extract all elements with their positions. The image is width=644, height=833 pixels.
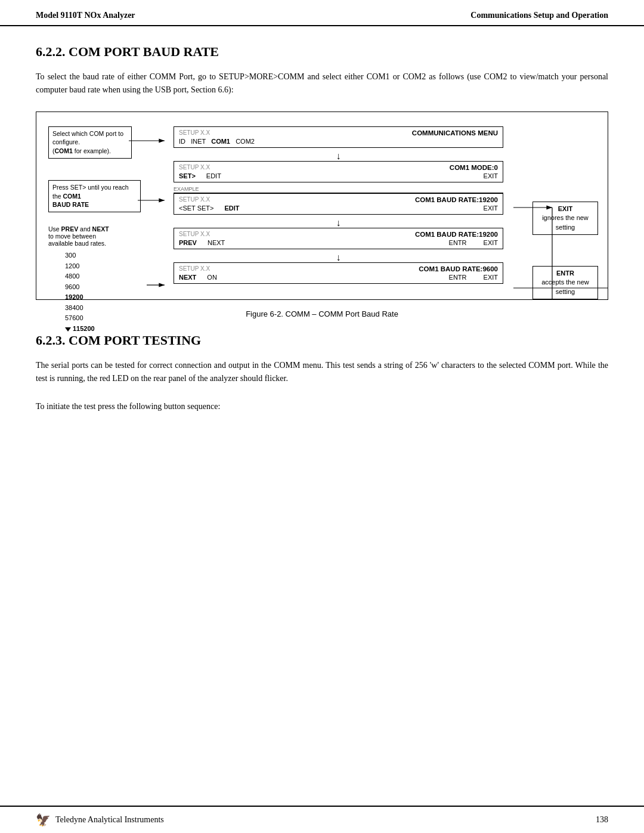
screen2-setup-label: SETUP X.X bbox=[179, 164, 210, 171]
screens-area: SETUP X.X COMMUNICATIONS MENU ID INET CO… bbox=[174, 126, 503, 284]
exit-annotation: EXIT ignores the new setting bbox=[532, 202, 598, 235]
entr-label: ENTR bbox=[556, 270, 574, 277]
footer-company-name: Teledyne Analytical Instruments bbox=[55, 815, 164, 825]
callout1-text: Select which COM port to configure. bbox=[52, 130, 123, 146]
screen4-buttons: PREV NEXT ENTR EXIT bbox=[179, 239, 498, 246]
btn-exit-s5: EXIT bbox=[484, 274, 498, 281]
btn-on-s5: ON bbox=[207, 274, 217, 281]
screen5-title: COM1 BAUD RATE:9600 bbox=[419, 265, 498, 272]
screen3-title: COM1 BAUD RATE:19200 bbox=[415, 196, 498, 203]
footer-logo: 🦅 Teledyne Analytical Instruments bbox=[36, 813, 164, 827]
screen3-buttons: <SET SET> EDIT EXIT bbox=[179, 205, 498, 212]
btn-exit-s3: EXIT bbox=[484, 205, 498, 212]
exit-label: EXIT bbox=[558, 205, 572, 212]
screen-baud-9600: SETUP X.X COM1 BAUD RATE:9600 NEXT ON EN… bbox=[174, 262, 503, 284]
section-623-body2: To initiate the test press the following… bbox=[36, 400, 608, 413]
annotations-panel: EXIT ignores the new setting ENTR accept… bbox=[532, 202, 598, 335]
spacer-s2 bbox=[232, 172, 473, 179]
section-623-body1: The serial ports can be tested for corre… bbox=[36, 359, 608, 386]
screen5-buttons: NEXT ON ENTR EXIT bbox=[179, 274, 498, 281]
arrow1: ↓ bbox=[174, 151, 503, 161]
entr-annotation: ENTR accepts the new setting bbox=[532, 266, 598, 299]
arrow3: ↓ bbox=[174, 253, 503, 262]
screen5-setup-label: SETUP X.X bbox=[179, 265, 210, 272]
arrow2: ↓ bbox=[174, 218, 503, 228]
screen4-setup-label: SETUP X.X bbox=[179, 231, 210, 237]
baud-115200: 115200 bbox=[65, 324, 159, 335]
baud-1200: 1200 bbox=[65, 261, 159, 272]
btn-exit-s2: EXIT bbox=[484, 172, 498, 179]
btn-next-s5: NEXT bbox=[179, 274, 196, 281]
btn-next-s4: NEXT bbox=[208, 239, 225, 246]
diagram-container: Select which COM port to configure. (COM… bbox=[36, 112, 608, 300]
spacer-s4 bbox=[236, 239, 438, 246]
btn-edit-s2: EDIT bbox=[206, 172, 221, 179]
exit-text: ignores the new setting bbox=[542, 214, 589, 230]
screen3-setup-label: SETUP X.X bbox=[179, 196, 210, 203]
section-623-title: 6.2.3. COM PORT TESTING bbox=[36, 333, 608, 348]
baud-38400: 38400 bbox=[65, 303, 159, 314]
screen-baud-19200-edit: SETUP X.X COM1 BAUD RATE:19200 <SET SET>… bbox=[174, 193, 503, 215]
screen1-title: COMMUNICATIONS MENU bbox=[412, 129, 498, 137]
screen1-menu-items: ID INET COM1 COM2 bbox=[179, 138, 498, 145]
btn-exit-s4: EXIT bbox=[484, 239, 498, 246]
page-footer: 🦅 Teledyne Analytical Instruments 138 bbox=[0, 806, 644, 833]
spacer-s3 bbox=[250, 205, 473, 212]
btn-setset: <SET SET> bbox=[179, 205, 214, 212]
callout-com-port: Select which COM port to configure. (COM… bbox=[48, 126, 132, 159]
screen-com1-mode: SETUP X.X COM1 MODE:0 SET> EDIT EXIT bbox=[174, 161, 503, 182]
baud-rate-list: 300 1200 4800 9600 19200 38400 57600 115… bbox=[65, 250, 159, 335]
btn-entr-s5: ENTR bbox=[449, 274, 467, 281]
screen1-setup-label: SETUP X.X bbox=[179, 129, 210, 136]
teledyne-logo-icon: 🦅 bbox=[36, 813, 51, 827]
screen2-title: COM1 MODE:0 bbox=[450, 164, 498, 171]
section-622-title: 6.2.2. COM PORT BAUD RATE bbox=[36, 44, 608, 60]
entr-text: accepts the new setting bbox=[541, 278, 589, 295]
spacer-s5 bbox=[228, 274, 438, 281]
baud-57600: 57600 bbox=[65, 313, 159, 324]
screen4-title: COM1 BAUD RATE:19200 bbox=[415, 231, 498, 238]
baud-19200: 19200 bbox=[65, 292, 159, 303]
callout-baud-rate: Press SET> until you reach the COM1BAUD … bbox=[48, 180, 141, 212]
example-label: EXAMPLE bbox=[174, 186, 503, 192]
baud-9600: 9600 bbox=[65, 282, 159, 293]
callout1-emphasis: (COM1 for example). bbox=[52, 147, 111, 154]
diagram-left-panel: Select which COM port to configure. (COM… bbox=[48, 126, 159, 335]
btn-edit-s3: EDIT bbox=[225, 205, 240, 212]
header-right: Communications Setup and Operation bbox=[470, 11, 608, 20]
callout2-text: Press SET> until you reach the COM1BAUD … bbox=[52, 184, 129, 208]
baud-300: 300 bbox=[65, 250, 159, 261]
screen-baud-19200-prevnext: SETUP X.X COM1 BAUD RATE:19200 PREV NEXT… bbox=[174, 228, 503, 249]
btn-prev: PREV bbox=[179, 239, 197, 246]
btn-set: SET> bbox=[179, 172, 196, 179]
screen2-buttons: SET> EDIT EXIT bbox=[179, 172, 498, 179]
header-left: Model 9110T NOx Analyzer bbox=[36, 11, 135, 20]
screen-comm-menu: SETUP X.X COMMUNICATIONS MENU ID INET CO… bbox=[174, 126, 503, 148]
callout3-text: Use PREV and NEXTto move betweenavailabl… bbox=[48, 225, 159, 247]
page-number: 138 bbox=[596, 815, 608, 825]
baud-4800: 4800 bbox=[65, 271, 159, 282]
section-622-body: To select the baud rate of either COMM P… bbox=[36, 70, 608, 97]
btn-entr-s4: ENTR bbox=[449, 239, 467, 246]
